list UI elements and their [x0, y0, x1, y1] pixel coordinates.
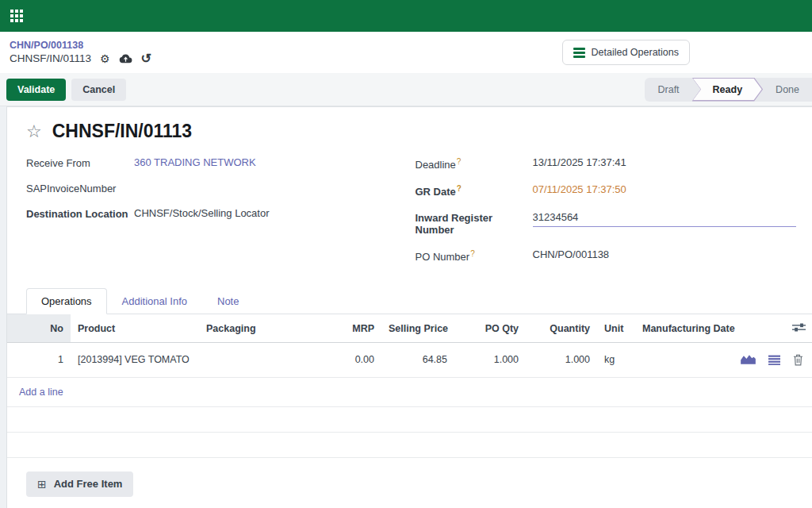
- deadline-label: Deadline?: [416, 156, 533, 171]
- add-a-line-link[interactable]: Add a line: [7, 377, 812, 406]
- tab-note[interactable]: Note: [202, 288, 254, 314]
- cell-no[interactable]: 1: [7, 342, 71, 377]
- plus-square-icon: ⊞: [37, 478, 47, 491]
- gr-date-help-icon[interactable]: ?: [457, 184, 462, 193]
- status-draft[interactable]: Draft: [645, 78, 691, 102]
- status-pipeline: Draft Ready Done: [645, 78, 812, 102]
- gear-icon[interactable]: ⚙: [100, 53, 110, 64]
- sap-invoice-number-label: SAPInvoiceNumber: [26, 182, 134, 194]
- cell-selling-price[interactable]: 64.85: [381, 342, 454, 377]
- top-navbar: [0, 0, 812, 32]
- cloud-save-icon[interactable]: [119, 53, 132, 65]
- form-content: ☆ CHNSF/IN/01113 Receive From 360 TRADIN…: [0, 106, 812, 508]
- cell-unit[interactable]: kg: [597, 342, 635, 377]
- trash-icon[interactable]: [793, 354, 803, 366]
- detailed-operations-button[interactable]: Detailed Operations: [562, 40, 690, 65]
- col-quantity[interactable]: Quantity: [526, 314, 597, 343]
- tab-additional-info[interactable]: Additional Info: [107, 288, 202, 314]
- apps-grid-icon[interactable]: [10, 10, 23, 22]
- destination-location-label: Destination Location: [26, 207, 134, 220]
- col-manufacturing-date[interactable]: Manufacturing Date: [635, 314, 738, 343]
- table-header-row: No Product Packaging MRP Selling Price P…: [7, 314, 812, 343]
- inward-register-number-label: Inward Register Number: [416, 211, 533, 236]
- record-title: CHNSF/IN/01113: [52, 121, 192, 142]
- receive-from-label: Receive From: [26, 156, 134, 169]
- gr-date-label: GR Date?: [416, 183, 533, 198]
- po-number-help-icon[interactable]: ?: [470, 249, 475, 258]
- notebook-tabs: Operations Additional Info Note: [7, 288, 812, 314]
- breadcrumb-current: CHNSF/IN/01113: [10, 52, 91, 66]
- control-panel: Validate Cancel Draft Ready Done: [0, 73, 812, 106]
- tab-operations[interactable]: Operations: [26, 288, 107, 314]
- col-packaging[interactable]: Packaging: [199, 314, 332, 343]
- add-free-item-button[interactable]: ⊞ Add Free Item: [26, 471, 133, 497]
- cell-product[interactable]: [2013994] VEG TOMATO: [71, 342, 199, 377]
- add-free-item-label: Add Free Item: [54, 478, 123, 490]
- cell-packaging[interactable]: [199, 342, 332, 377]
- fields-right-column: Deadline? 13/11/2025 17:37:41 GR Date? 0…: [416, 156, 805, 275]
- col-selling-price[interactable]: Selling Price: [381, 314, 454, 343]
- cell-manufacturing-date[interactable]: [635, 342, 738, 377]
- col-mrp[interactable]: MRP: [332, 314, 381, 343]
- po-number-value[interactable]: CHN/PO/001138: [533, 248, 610, 260]
- status-ready[interactable]: Ready: [692, 78, 764, 102]
- detailed-operations-label: Detailed Operations: [592, 47, 679, 58]
- deadline-value[interactable]: 13/11/2025 17:37:41: [533, 156, 626, 168]
- validate-button[interactable]: Validate: [6, 79, 66, 101]
- fields-left-column: Receive From 360 TRADING NETWORK SAPInvo…: [26, 156, 416, 275]
- cell-po-qty[interactable]: 1.000: [454, 342, 526, 377]
- table-row[interactable]: 1 [2013994] VEG TOMATO 0.00 64.85 1.000 …: [7, 342, 812, 377]
- deadline-help-icon[interactable]: ?: [457, 157, 462, 166]
- po-number-label: PO Number?: [416, 248, 533, 263]
- breadcrumb: CHN/PO/001138 CHNSF/IN/01113 ⚙ ↺: [10, 39, 151, 66]
- list-details-icon[interactable]: [768, 355, 780, 365]
- receive-from-value[interactable]: 360 TRADING NETWORK: [134, 156, 256, 168]
- operations-table: No Product Packaging MRP Selling Price P…: [7, 314, 812, 458]
- discard-undo-icon[interactable]: ↺: [141, 52, 151, 65]
- inward-register-number-input[interactable]: [533, 211, 797, 227]
- optional-columns-sliders-icon[interactable]: [792, 322, 806, 333]
- form-sheet: ☆ CHNSF/IN/01113 Receive From 360 TRADIN…: [6, 106, 812, 508]
- area-chart-icon[interactable]: [741, 354, 756, 365]
- breadcrumb-bar: CHN/PO/001138 CHNSF/IN/01113 ⚙ ↺ Detaile…: [0, 32, 812, 73]
- col-no[interactable]: No: [7, 314, 71, 343]
- col-product[interactable]: Product: [71, 314, 199, 343]
- favorite-star-icon[interactable]: ☆: [26, 123, 42, 140]
- breadcrumb-parent-link[interactable]: CHN/PO/001138: [10, 39, 151, 52]
- status-done[interactable]: Done: [763, 78, 812, 102]
- cell-mrp[interactable]: 0.00: [332, 342, 381, 377]
- col-po-qty[interactable]: PO Qty: [454, 314, 526, 343]
- col-unit[interactable]: Unit: [597, 314, 635, 343]
- destination-location-value[interactable]: CHNSF/Stock/Selling Locator: [134, 207, 270, 219]
- cell-quantity[interactable]: 1.000: [526, 342, 597, 377]
- empty-table-row: [7, 432, 812, 457]
- empty-table-row: [7, 406, 812, 432]
- cancel-button[interactable]: Cancel: [71, 79, 126, 101]
- gr-date-value[interactable]: 07/11/2025 17:37:50: [533, 183, 626, 195]
- list-lines-icon: [573, 48, 585, 58]
- add-line-row: Add a line: [7, 377, 812, 406]
